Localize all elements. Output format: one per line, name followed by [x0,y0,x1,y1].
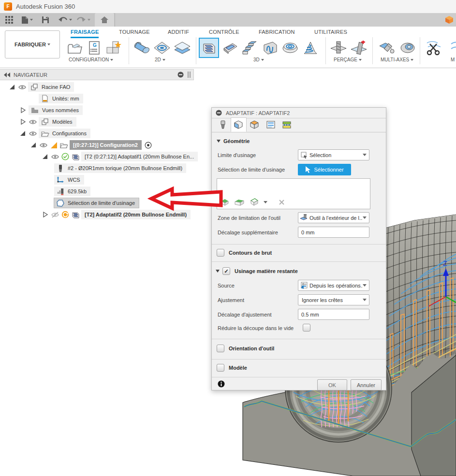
expand-open-icon[interactable] [18,129,27,138]
tree-item-wcs[interactable]: WCS [54,174,84,186]
active-configuration-radio-icon[interactable] [144,141,153,149]
tree-item-file-size[interactable]: 629.5kb [54,186,90,197]
stock-contours-checkbox[interactable] [217,249,224,257]
model-checkbox[interactable] [217,364,224,372]
tree-item-vues-nommees[interactable]: Vues nommées [18,104,83,116]
expand-open-icon[interactable] [29,141,38,149]
group-label-3d[interactable]: 3D [253,57,264,62]
reduce-air-checkbox[interactable] [303,324,310,332]
2d-adaptive-icon[interactable] [132,39,151,57]
expand-closed-icon[interactable] [18,106,27,115]
rotary-icon[interactable] [398,39,417,57]
tab-passes[interactable] [263,117,279,132]
machining-boundary-dropdown[interactable]: Sélection [298,149,369,160]
tab-geometry[interactable] [231,117,247,132]
selection-list-box[interactable] [217,178,370,209]
3d-contour-icon[interactable] [240,39,259,57]
swarf-icon[interactable] [378,39,397,57]
cancel-button[interactable]: Annuler [351,379,382,390]
redo-button[interactable] [76,14,90,26]
expand-closed-icon[interactable] [41,210,49,219]
new-pattern-icon[interactable] [104,39,123,57]
tab-controle[interactable]: CONTRÔLE [209,27,239,37]
operation-adaptive-icon [71,152,80,161]
job-status-cube-icon[interactable] [444,14,455,26]
additional-offset-input[interactable]: 0 mm [298,227,369,238]
expand-open-icon[interactable] [41,152,49,161]
group-label-multi-axes[interactable]: MULTI-AXES [381,57,413,62]
eye-icon[interactable] [18,83,27,91]
2d-face-icon[interactable] [173,39,191,57]
geometry-section-header[interactable]: Géométrie [217,138,250,144]
tree-item-unites[interactable]: Unités: mm [39,93,83,104]
3d-flow-icon[interactable] [261,39,279,57]
home-button[interactable] [95,13,114,27]
clear-selection-icon[interactable] [279,200,284,205]
group-label-2d[interactable]: 2D [155,57,165,62]
adjustment-offset-input[interactable]: 0.5 mm [298,309,369,320]
group-label-configuration[interactable]: CONFIGURATION [69,57,113,62]
dialog-collapse-icon[interactable] [216,110,222,116]
selected-body-chip-icon[interactable] [250,198,259,206]
select-button[interactable]: Sélectionner [298,164,351,175]
eye-icon[interactable] [39,141,48,149]
info-icon[interactable] [218,380,225,388]
tab-heights[interactable] [247,117,263,132]
tree-item-adaptatif1[interactable]: [T2 (0:27:12)] Adaptatif1 (20mm Bullnose… [41,151,198,162]
gcode-document-icon[interactable]: G [85,39,103,57]
drill-add-icon[interactable] [350,39,368,57]
tree-item-configuration2[interactable]: [(0:27:12)] Configuration2 [29,139,154,151]
tab-utilitaires[interactable]: UTILITAIRES [314,27,347,37]
ok-button[interactable]: OK [317,379,347,390]
expand-open-icon[interactable] [8,83,16,91]
tree-item-racine-fao[interactable]: Racine FAO [8,81,74,93]
fabricate-menu-button[interactable]: FABRIQUER [5,30,60,58]
tab-linking[interactable] [279,117,294,132]
eye-icon[interactable] [29,117,37,126]
3d-spiral-icon[interactable] [281,39,299,57]
tree-item-label: Configurations [52,130,87,136]
rest-machining-checkbox[interactable]: ✓ [222,267,230,275]
tab-tournage[interactable]: TOURNAGE [119,27,150,37]
undo-button[interactable] [58,14,72,26]
file-menu-button[interactable] [21,14,33,26]
source-dropdown[interactable]: Depuis les opérations... [298,280,369,291]
tree-item-modeles[interactable]: Modèles [18,116,76,128]
trim-scissors-icon[interactable] [425,39,443,57]
eye-icon[interactable] [29,129,37,138]
tab-tool[interactable] [215,117,231,132]
partial-tool-icon[interactable] [446,39,456,57]
group-label-percage[interactable]: PERÇAGE [334,57,362,62]
save-button[interactable] [42,14,49,26]
3d-adaptive-icon[interactable] [200,39,218,57]
dialog-header[interactable]: ADAPTATIF : ADAPTATIF2 [212,108,386,118]
2d-pocket-icon[interactable] [153,39,171,57]
collapse-panel-icon[interactable] [4,72,11,77]
drill-icon[interactable] [329,39,348,57]
tab-fraisage[interactable]: FRAISAGE [71,27,99,38]
chip-dropdown-caret-icon[interactable] [264,201,267,205]
3d-pocket-icon[interactable] [220,39,238,57]
3d-morphed-spiral-icon[interactable] [301,39,320,57]
rest-machining-section[interactable]: ✓ Usinage matière restante [216,267,298,275]
tool-containment-dropdown[interactable]: Outil à l'extérieur de l... [298,212,369,223]
tab-additif[interactable]: ADDITIF [168,27,189,37]
apps-grid-icon[interactable] [4,14,15,26]
tab-fabrication[interactable]: FABRICATION [259,27,295,37]
eye-off-icon[interactable] [51,210,59,219]
expand-closed-icon[interactable] [18,117,27,126]
hide-panel-icon[interactable] [177,72,184,78]
tree-item-selection-limite[interactable]: Sélection de limite d'usinage [54,197,139,209]
panel-resize-handle[interactable] [188,72,191,78]
new-setup-icon[interactable] [66,39,84,57]
group-label-clipped[interactable]: M [451,57,455,62]
tool-orientation-checkbox[interactable] [217,345,224,352]
model-section[interactable]: Modèle [217,364,247,372]
adjustment-dropdown[interactable]: Ignorer les crêtes [298,294,369,305]
tool-orientation-section[interactable]: Orientation d'outil [217,345,274,352]
tree-item-configurations[interactable]: Configurations [18,128,90,139]
tree-item-tool[interactable]: #2 - Ø20R1mm torique (20mm Bullnose Endm… [54,162,186,174]
eye-icon[interactable] [51,152,59,161]
selected-body-chip-icon[interactable] [234,198,245,206]
stock-contours-section[interactable]: Contours de brut [217,249,272,257]
